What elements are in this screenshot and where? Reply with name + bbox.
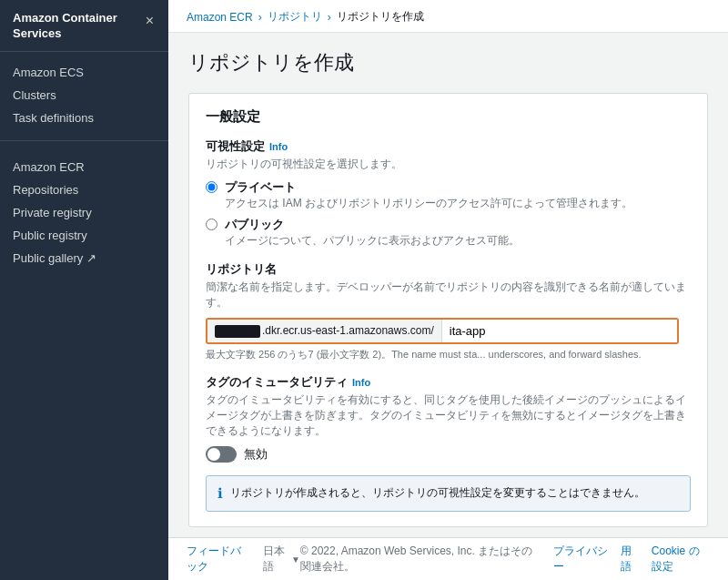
sidebar: Amazon Container Services × Amazon ECS C… xyxy=(0,0,168,580)
sidebar-item-public-registry[interactable]: Public registry xyxy=(0,224,168,247)
tag-toggle-label: 無効 xyxy=(244,446,268,463)
footer-right: © 2022, Amazon Web Services, Inc. またはその関… xyxy=(300,544,710,575)
public-radio[interactable] xyxy=(206,219,217,230)
sidebar-item-clusters[interactable]: Clusters xyxy=(0,84,168,107)
sidebar-title: Amazon Container Services xyxy=(13,11,144,42)
general-settings-card: 一般設定 可視性設定 Info リポジトリの可視性設定を選択します。 プライベー… xyxy=(188,93,708,527)
repo-name-input[interactable] xyxy=(442,320,677,342)
repo-name-hint: 最大文字数 256 のうち7 (最小文字数 2)。The name must s… xyxy=(206,348,691,361)
tag-immutability-desc: タグのイミュータビリティを有効にすると、同じタグを使用した後続イメージのプッシュ… xyxy=(206,392,691,439)
sidebar-divider xyxy=(0,140,168,141)
tag-toggle[interactable] xyxy=(206,446,237,463)
sidebar-item-private-registry[interactable]: Private registry xyxy=(0,201,168,224)
breadcrumb-sep-2: › xyxy=(328,11,331,24)
general-section-heading: 一般設定 xyxy=(206,108,691,126)
terms-link[interactable]: 用語 xyxy=(621,544,639,575)
repo-name-desc: 簡潔な名前を指定します。デベロッパーが名前でリポジトリの内容を識別できる名前が適… xyxy=(206,280,691,310)
footer: フィードバック 日本語 ▼ © 2022, Amazon Web Service… xyxy=(168,537,728,580)
visibility-radio-group: プライベート アクセスは IAM およびリポジトリポリシーのアクセス許可によって… xyxy=(206,179,691,249)
repo-name-label: リポジトリ名 xyxy=(206,261,691,278)
chevron-down-icon: ▼ xyxy=(291,555,300,565)
visibility-info-text: リポジトリが作成されると、リポジトリの可視性設定を変更することはできません。 xyxy=(230,485,645,501)
info-circle-icon: ℹ xyxy=(217,485,223,502)
breadcrumb-item-ecr[interactable]: Amazon ECR xyxy=(187,11,253,24)
repo-prefix: .dkr.ecr.us-east-1.amazonaws.com/ xyxy=(207,320,442,342)
breadcrumb-current: リポジトリを作成 xyxy=(337,9,424,25)
sidebar-item-repositories[interactable]: Repositories xyxy=(0,178,168,201)
breadcrumb: Amazon ECR › リポジトリ › リポジトリを作成 xyxy=(168,0,728,33)
page-body: リポジトリを作成 一般設定 可視性設定 Info リポジトリの可視性設定を選択し… xyxy=(168,33,728,537)
sidebar-item-ecr[interactable]: Amazon ECR xyxy=(0,156,168,178)
visibility-info-button[interactable]: Info xyxy=(269,141,288,152)
public-radio-option: パブリック イメージについて、パブリックに表示およびアクセス可能。 xyxy=(206,217,691,249)
page-title: リポジトリを作成 xyxy=(188,49,708,76)
visibility-info-box: ℹ リポジトリが作成されると、リポジトリの可視性設定を変更することはできません。 xyxy=(206,475,691,512)
privacy-link[interactable]: プライバシー xyxy=(553,544,608,575)
sidebar-item-public-gallery[interactable]: Public gallery ↗ xyxy=(0,247,168,270)
sidebar-section-ecr: Amazon ECR Repositories Private registry… xyxy=(0,147,168,275)
sidebar-header: Amazon Container Services × xyxy=(0,0,168,52)
repo-prefix-masked xyxy=(215,325,260,338)
public-desc: イメージについて、パブリックに表示およびアクセス可能。 xyxy=(225,233,520,249)
public-label: パブリック xyxy=(225,217,520,233)
sidebar-close-button[interactable]: × xyxy=(144,13,156,29)
private-desc: アクセスは IAM およびリポジトリポリシーのアクセス許可によって管理されます。 xyxy=(225,196,632,211)
sidebar-item-ecs[interactable]: Amazon ECS xyxy=(0,61,168,84)
sidebar-item-task-definitions[interactable]: Task definitions xyxy=(0,107,168,129)
sidebar-section-ecs: Amazon ECS Clusters Task definitions xyxy=(0,52,168,135)
breadcrumb-item-repos[interactable]: リポジトリ xyxy=(268,9,322,25)
breadcrumb-sep-1: › xyxy=(258,11,262,24)
tag-immutability-field: タグのイミュータビリティ Info タグのイミュータビリティを有効にすると、同じ… xyxy=(206,374,691,463)
copyright-text: © 2022, Amazon Web Services, Inc. またはその関… xyxy=(300,544,541,575)
repo-name-row: .dkr.ecr.us-east-1.amazonaws.com/ xyxy=(206,318,679,344)
tag-immutability-label: タグのイミュータビリティ Info xyxy=(206,374,691,391)
private-label: プライベート xyxy=(225,179,632,196)
footer-left: フィードバック 日本語 ▼ xyxy=(187,544,300,575)
private-radio[interactable] xyxy=(206,181,217,193)
repo-name-field: リポジトリ名 簡潔な名前を指定します。デベロッパーが名前でリポジトリの内容を識別… xyxy=(206,261,691,361)
visibility-label: 可視性設定 Info xyxy=(206,138,691,155)
private-radio-option: プライベート アクセスは IAM およびリポジトリポリシーのアクセス許可によって… xyxy=(206,179,691,211)
tag-toggle-row: 無効 xyxy=(206,446,691,463)
main-content: Amazon ECR › リポジトリ › リポジトリを作成 リポジトリを作成 一… xyxy=(168,0,728,580)
tag-info-button[interactable]: Info xyxy=(352,377,370,388)
feedback-link[interactable]: フィードバック xyxy=(187,544,250,575)
visibility-desc: リポジトリの可視性設定を選択します。 xyxy=(206,157,691,172)
language-selector[interactable]: 日本語 ▼ xyxy=(263,544,300,575)
visibility-field: 可視性設定 Info リポジトリの可視性設定を選択します。 プライベート アクセ… xyxy=(206,138,691,249)
cookie-link[interactable]: Cookie の設定 xyxy=(652,544,710,575)
